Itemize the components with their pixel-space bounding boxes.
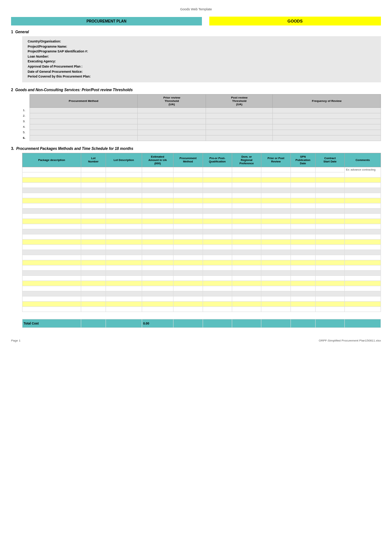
table-row bbox=[23, 182, 381, 188]
col-estimated-amount: EstimatedAmount in UA(000) bbox=[142, 153, 173, 167]
section3-table: Package description LotNumber Lot Descri… bbox=[22, 153, 381, 328]
field-agency: Executing Agency: bbox=[28, 59, 375, 64]
section3-container: Package description LotNumber Lot Descri… bbox=[22, 153, 381, 328]
table-row bbox=[23, 172, 381, 177]
page-title: Goods Web Template bbox=[11, 7, 381, 11]
section1: 1 General Country/Organisation: Project/… bbox=[11, 30, 381, 82]
table-row bbox=[23, 239, 381, 244]
table-row bbox=[23, 177, 381, 182]
table-row bbox=[23, 203, 381, 208]
table-row: Ex: advance contracting bbox=[23, 167, 381, 172]
col-prior-review: Prior reviewThreshold(UA) bbox=[138, 94, 206, 107]
table-row: 6. bbox=[22, 135, 381, 141]
table-row bbox=[23, 198, 381, 203]
col-spn-pub-date: SPNPublicationDate bbox=[290, 153, 315, 167]
table-row bbox=[23, 286, 381, 291]
field-period: Period Covered by this Procurement Plan: bbox=[28, 74, 375, 79]
field-project-name: Project/Programme Name: bbox=[28, 44, 375, 49]
section3-title: 3. Procurement Packages Methods and Time… bbox=[11, 147, 381, 151]
table-row: 4. bbox=[22, 124, 381, 130]
col-package-desc: Package description bbox=[23, 153, 81, 167]
section3: 3. Procurement Packages Methods and Time… bbox=[11, 147, 381, 328]
field-loan: Loan Number: bbox=[28, 54, 375, 59]
field-general-notice: Date of General Procurement Notice: bbox=[28, 69, 375, 75]
table-row bbox=[23, 234, 381, 239]
col-procurement-method: Procurement Method bbox=[30, 94, 138, 107]
col-lot-number: LotNumber bbox=[81, 153, 106, 167]
table-row bbox=[23, 260, 381, 265]
section2: 2 Goods and Non-Consulting Services: Pri… bbox=[11, 88, 381, 141]
table-row bbox=[23, 306, 381, 312]
table-row bbox=[23, 296, 381, 301]
general-info-box: Country/Organisation: Project/Programme … bbox=[22, 36, 381, 82]
table-row bbox=[23, 275, 381, 281]
table-row bbox=[23, 219, 381, 224]
ex-note: Ex: advance contracting bbox=[346, 168, 375, 171]
section1-title: 1 General bbox=[11, 30, 381, 34]
footer-page: Page 1 bbox=[11, 339, 20, 342]
col-prior-post-review: Prior or PostReview bbox=[261, 153, 290, 167]
total-row: Total Cost 0.00 bbox=[23, 319, 381, 327]
footer-file: ORPF-Simplified Procurement Plan150811.x… bbox=[319, 339, 381, 342]
goods-label: GOODS bbox=[209, 17, 381, 25]
col-lot-desc: Lot Description bbox=[106, 153, 142, 167]
total-label: Total Cost bbox=[23, 319, 81, 327]
section2-title: 2 Goods and Non-Consulting Services: Pri… bbox=[11, 88, 381, 92]
field-sap-id: Project/Programme SAP Identification #: bbox=[28, 49, 375, 54]
footer: Page 1 ORPF-Simplified Procurement Plan1… bbox=[11, 339, 381, 342]
col-comments: Comments bbox=[345, 153, 381, 167]
table-row bbox=[23, 244, 381, 250]
table-row bbox=[23, 188, 381, 193]
table-row bbox=[23, 213, 381, 219]
table-row: 1. bbox=[22, 107, 381, 113]
spacer-row bbox=[23, 312, 381, 319]
table-row: 3. bbox=[22, 119, 381, 124]
col-pre-post-qual: Pre-or Post-Qualification bbox=[203, 153, 232, 167]
table-row: 5. bbox=[22, 130, 381, 135]
table-row bbox=[23, 301, 381, 306]
table-row: 2. bbox=[22, 113, 381, 119]
section2-table: Procurement Method Prior reviewThreshold… bbox=[22, 94, 381, 141]
table-row bbox=[23, 281, 381, 286]
header-section: PROCUREMENT PLAN GOODS bbox=[11, 17, 381, 25]
table-row bbox=[23, 193, 381, 198]
total-value: 0.00 bbox=[142, 319, 173, 327]
field-approval-date: Approval Date of Procurement Plan : bbox=[28, 64, 375, 69]
table-row bbox=[23, 265, 381, 270]
table-row bbox=[23, 255, 381, 260]
col-post-review: Post reviewThreshold(UA) bbox=[206, 94, 273, 107]
table-row bbox=[23, 208, 381, 213]
table-row bbox=[23, 229, 381, 234]
table-row bbox=[23, 291, 381, 296]
col-contract-start: ContractStart Date bbox=[315, 153, 344, 167]
procurement-plan-label: PROCUREMENT PLAN bbox=[11, 17, 202, 25]
field-country: Country/Organisation: bbox=[28, 39, 375, 44]
col-proc-method: ProcurementMethod bbox=[173, 153, 203, 167]
table-row bbox=[23, 224, 381, 229]
table-row bbox=[23, 270, 381, 275]
col-dom-regional: Dom. orRegionalPreference bbox=[232, 153, 261, 167]
table-row bbox=[23, 250, 381, 255]
col-frequency: Frequency of Review bbox=[273, 94, 381, 107]
